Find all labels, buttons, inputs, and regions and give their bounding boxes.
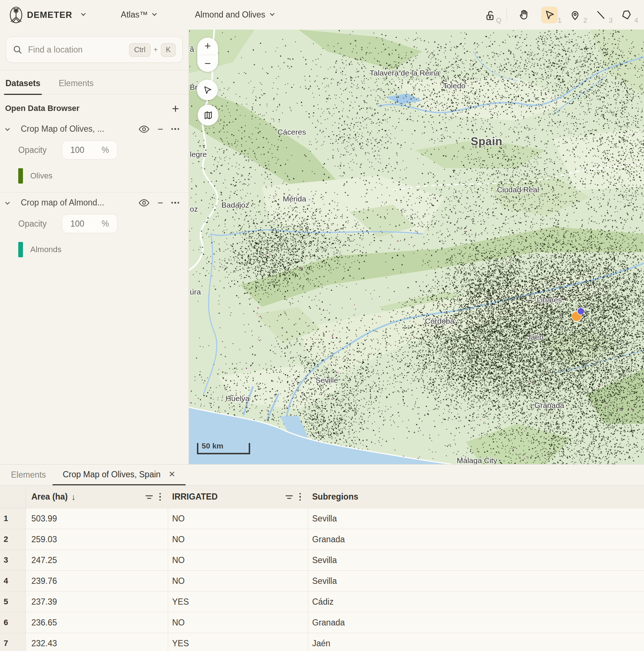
pan-tool-button[interactable] (516, 7, 532, 23)
cell-irrigated: NO (172, 535, 185, 544)
opacity-input[interactable]: 100 % (62, 214, 117, 233)
map-label: Ciudad Real (497, 185, 539, 194)
cell-area: 236.65 (31, 618, 57, 628)
filter-icon[interactable] (285, 493, 294, 501)
panel-tab-olives[interactable]: Crop Map of Olives, Spain ✕ (53, 465, 186, 485)
remove-layer-icon[interactable]: − (158, 201, 163, 205)
table-row[interactable]: 3247.25NOSevilla (0, 550, 644, 571)
tab-datasets[interactable]: Datasets (5, 78, 41, 94)
polygon-tool-button[interactable]: 4 (618, 7, 635, 23)
nav-project-dropdown[interactable]: Almond and Olives (195, 10, 274, 20)
map-label: Talavera de la Reina (370, 69, 439, 77)
table-row[interactable]: 1503.99NOSevilla (0, 508, 644, 529)
add-dataset-button[interactable]: + (172, 105, 179, 112)
column-menu-icon[interactable] (299, 493, 301, 501)
map-label: Granada (535, 401, 565, 410)
filter-icon[interactable] (145, 493, 154, 501)
layer-header: Crop map of Almond... − (0, 193, 189, 211)
panel-tab-label: Crop Map of Olives, Spain (63, 470, 160, 479)
map-scale-bar: 50 km (197, 443, 250, 454)
row-number: 2 (0, 529, 26, 550)
column-header-subregions[interactable]: Subregions (312, 492, 644, 502)
chevron-down-icon (81, 11, 86, 16)
map-label: Málaga City (457, 456, 497, 464)
column-label: Subregions (312, 492, 358, 502)
sort-desc-icon: ↓ (71, 492, 76, 502)
map-water-overlay (189, 30, 644, 464)
cell-subregion: Granada (312, 535, 345, 544)
cell-irrigated: NO (172, 576, 185, 586)
brand-menu[interactable]: DEMETER (9, 6, 86, 24)
zoom-in-button[interactable]: + (197, 38, 218, 55)
cell-subregion: Sevilla (312, 576, 337, 586)
layer-menu-icon[interactable] (171, 128, 179, 130)
cell-irrigated: YES (172, 639, 189, 648)
cell-subregion: Granada (312, 618, 345, 628)
table-header: Area (ha) ↓ IRRIGATED (0, 486, 644, 508)
opacity-label: Opacity (18, 219, 62, 229)
section-title: Open Data Browser (5, 104, 79, 113)
visibility-eye-icon[interactable] (139, 199, 150, 207)
cell-area: 237.39 (31, 597, 57, 607)
panel-tab-elements[interactable]: Elements (4, 465, 53, 485)
panel-tabs: Elements Crop Map of Olives, Spain ✕ (0, 465, 644, 486)
cell-irrigated: NO (172, 555, 185, 565)
search-section: Ctrl + K (0, 30, 189, 70)
chevron-down-icon (152, 11, 157, 16)
column-header-area[interactable]: Area (ha) ↓ (31, 492, 168, 502)
table-row[interactable]: 7232.43YESJaén (0, 633, 644, 651)
top-bar: DEMETER Atlas™ Almond and Olives Q (0, 0, 644, 30)
column-menu-icon[interactable] (159, 493, 161, 501)
shortcut-k-key: K (161, 43, 176, 57)
close-tab-icon[interactable]: ✕ (168, 470, 175, 479)
map-viewport[interactable]: Talavera de la ReinaToledoSpainCáceresCi… (189, 30, 644, 464)
map-toolbar: Q 1 2 (481, 7, 635, 23)
locate-button[interactable] (197, 80, 218, 100)
toolbar-divider (507, 8, 507, 22)
layer-header: Crop Map of Olives, ... − (0, 119, 189, 138)
row-number: 4 (0, 571, 26, 591)
purple-marker[interactable] (578, 308, 584, 315)
layer-title: Crop map of Almond... (21, 198, 135, 208)
cell-area: 232.43 (31, 639, 57, 648)
legend-label: Olives (30, 171, 53, 181)
select-tool-button[interactable]: 1 (541, 7, 558, 23)
table-row[interactable]: 2259.03NOGranada (0, 529, 644, 550)
polygon-icon (620, 9, 632, 21)
column-label: IRRIGATED (172, 492, 218, 502)
opacity-input[interactable]: 100 % (62, 140, 117, 159)
map-pin-icon (569, 9, 581, 21)
tool-badge: 1 (558, 16, 562, 24)
pin-tool-button[interactable]: 2 (567, 7, 583, 23)
zoom-out-button[interactable]: − (197, 55, 218, 72)
tool-badge: 2 (583, 16, 587, 24)
remove-layer-icon[interactable]: − (158, 127, 163, 131)
map-label: ã (190, 45, 194, 54)
tool-badge: Q (496, 16, 501, 24)
nav-atlas-dropdown[interactable]: Atlas™ (121, 10, 157, 20)
search-input[interactable] (28, 45, 129, 55)
visibility-eye-icon[interactable] (139, 125, 150, 133)
map-label: Toledo (443, 81, 466, 90)
opacity-row: Opacity 100 % (0, 138, 189, 162)
hand-icon (518, 9, 530, 21)
app-window: DEMETER Atlas™ Almond and Olives Q (0, 0, 644, 651)
table-body: 1503.99NOSevilla2259.03NOGranada3247.25N… (0, 508, 644, 651)
cell-area: 247.25 (31, 555, 57, 565)
collapse-chevron-icon[interactable] (5, 200, 10, 205)
column-header-irrigated[interactable]: IRRIGATED (172, 492, 308, 502)
lock-tool-button[interactable]: Q (481, 7, 498, 23)
location-search-box[interactable]: Ctrl + K (6, 36, 183, 63)
collapse-chevron-icon[interactable] (5, 126, 10, 131)
table-row[interactable]: 4239.76NOSevilla (0, 571, 644, 592)
line-tool-button[interactable]: 3 (592, 7, 609, 23)
layer-menu-icon[interactable] (171, 202, 179, 204)
opacity-unit: % (102, 145, 109, 155)
table-row[interactable]: 5237.39YESCádiz (0, 592, 644, 612)
layer-almonds: Crop map of Almond... − Opacity 100 (0, 193, 189, 264)
row-number-header (0, 486, 26, 508)
basemap-button[interactable] (198, 105, 218, 126)
tab-elements[interactable]: Elements (58, 78, 94, 94)
table-row[interactable]: 6236.65NOGranada (0, 612, 644, 633)
row-number: 5 (0, 592, 26, 612)
